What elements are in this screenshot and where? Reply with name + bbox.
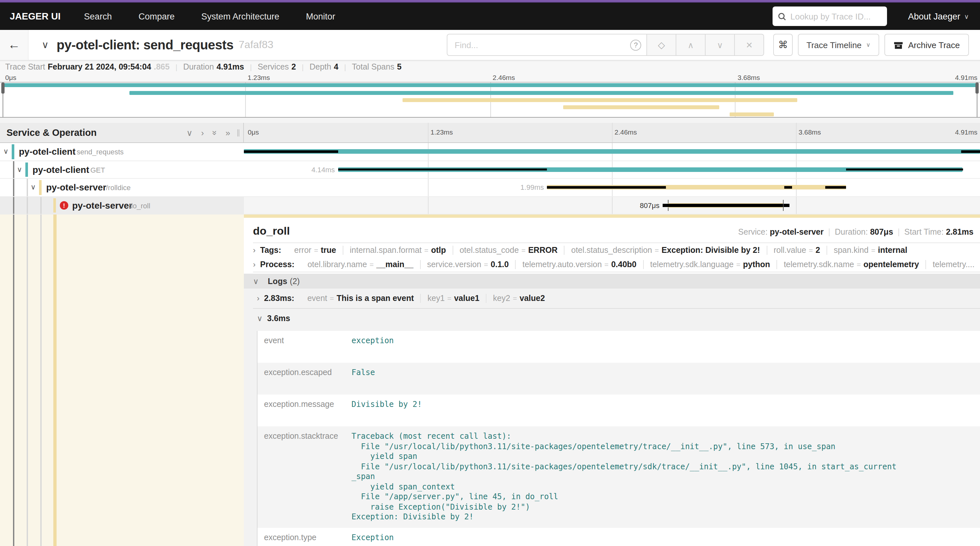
minimap-span-bar <box>402 98 797 102</box>
nav-item-system-architecture[interactable]: System Architecture <box>201 11 279 21</box>
detail-span-title: do_roll <box>253 225 290 238</box>
tree-guide <box>40 214 41 546</box>
log-field-chip: event=This is a span event <box>301 294 421 303</box>
logs-count: (2) <box>290 276 300 286</box>
find-input-box[interactable]: ? <box>447 34 647 56</box>
chevron-down-icon: ∨ <box>964 13 969 20</box>
nav-item-monitor[interactable]: Monitor <box>306 11 335 21</box>
trace-id-search-input[interactable] <box>791 11 882 21</box>
tags-row[interactable]: › Tags: error=true internal.span.format=… <box>244 243 980 257</box>
viewport-scrubber-left[interactable] <box>3 83 3 117</box>
table-row: exception.stacktraceTraceback (most rece… <box>257 426 980 527</box>
expand-all-icon[interactable]: » <box>226 128 230 138</box>
locate-span-button[interactable]: ◇ <box>647 34 676 56</box>
tree-guide <box>13 214 14 546</box>
span-duration-label: 807μs <box>640 202 659 209</box>
prev-result-button[interactable]: ∧ <box>676 34 706 56</box>
trace-view-select[interactable]: Trace Timeline ∨ <box>798 34 879 56</box>
minimap-ruler: 0μs 1.23ms 2.46ms 3.68ms 4.91ms <box>0 73 980 82</box>
nav-item-compare[interactable]: Compare <box>138 11 175 21</box>
span-duration-label: 4.14ms <box>312 166 335 173</box>
next-result-button[interactable]: ∨ <box>706 34 735 56</box>
ruler-tick: 3.68ms <box>738 73 760 81</box>
detail-span-meta: Service: py-otel-server|Duration: 807μs|… <box>738 227 974 236</box>
services-value: 2 <box>291 62 296 71</box>
logs-body: › 2.83ms: event=This is a span event key… <box>244 289 980 546</box>
table-row: exception.typeException <box>257 527 980 546</box>
critical-path-segment <box>846 168 963 171</box>
top-nav: JAEGER UI Search Compare System Architec… <box>0 3 980 30</box>
find-help-icon[interactable]: ? <box>630 39 641 50</box>
find-input[interactable] <box>455 40 630 50</box>
span-service: py-otel-server <box>46 183 106 193</box>
timeline-tick: 2.46ms <box>614 128 637 136</box>
scrubber-grip[interactable] <box>975 83 979 94</box>
collapse-one-icon[interactable]: ∨ <box>186 128 192 138</box>
duration-label: Duration <box>183 62 214 71</box>
ruler-tick: 2.46ms <box>493 73 515 81</box>
minimap-span-bar <box>563 105 719 109</box>
trace-id-search-box[interactable] <box>773 6 887 26</box>
critical-path-segment <box>961 151 980 153</box>
row-collapse-chevron[interactable]: ∨ <box>30 183 36 192</box>
jaeger-trace-page: JAEGER UI Search Compare System Architec… <box>0 0 980 546</box>
depth-value: 4 <box>334 62 339 71</box>
about-jaeger-menu[interactable]: About Jaeger ∨ <box>908 11 969 21</box>
service-operation-header: Service & Operation <box>6 127 97 138</box>
timeline-tick: 0μs <box>248 128 259 136</box>
scrubber-grip[interactable] <box>1 83 5 94</box>
trace-id-short: 7afaf83 <box>239 39 274 51</box>
trace-start-fraction: .865 <box>154 62 170 71</box>
total-spans-value: 5 <box>397 62 402 71</box>
logs-section-header[interactable]: ∨ Logs (2) <box>244 274 980 289</box>
critical-path-segment <box>663 204 789 207</box>
span-row-do-roll-selected[interactable]: ! py-otel-server do_roll 807μs <box>0 197 980 214</box>
back-button[interactable]: ← <box>0 30 29 60</box>
nav-item-search[interactable]: Search <box>84 11 112 21</box>
depth-label: Depth <box>310 62 331 71</box>
log-entry-collapsed[interactable]: › 2.83ms: event=This is a span event key… <box>244 289 980 308</box>
span-service: py-otel-client <box>19 146 75 157</box>
archive-trace-button[interactable]: Archive Trace <box>884 34 969 56</box>
error-icon: ! <box>60 201 68 210</box>
log-entry-expanded[interactable]: ∨ 3.6ms <box>244 309 980 328</box>
tree-guide <box>40 197 41 214</box>
trace-stats-bar: Trace Start February 21 2024, 09:54:04 .… <box>0 60 980 73</box>
total-spans-label: Total Spans <box>352 62 395 71</box>
ruler-tick: 1.23ms <box>248 73 270 81</box>
span-rows: ∨ py-otel-client send_requests ∨ py-otel… <box>0 143 980 214</box>
expand-one-icon[interactable]: › <box>201 128 204 138</box>
span-row-rolldice[interactable]: ∨ py-otel-server /rolldice 1.99ms <box>0 179 980 197</box>
trace-header: ← ∨ py-otel-client: send_requests 7afaf8… <box>0 30 980 60</box>
row-collapse-chevron[interactable]: ∨ <box>17 165 22 174</box>
brand-logo[interactable]: JAEGER UI <box>10 11 60 21</box>
span-row-get[interactable]: ∨ py-otel-client GET 4.14ms <box>0 161 980 179</box>
viewport-scrubber-right[interactable] <box>977 83 977 117</box>
span-row-send-requests[interactable]: ∨ py-otel-client send_requests <box>0 143 980 161</box>
critical-path-segment <box>784 186 792 189</box>
span-color-strip <box>12 144 14 159</box>
collapse-all-icon[interactable]: » <box>210 130 220 135</box>
chevron-down-icon: ∨ <box>253 276 259 286</box>
clear-find-button[interactable]: ✕ <box>735 34 764 56</box>
keyboard-shortcuts-button[interactable]: ⌘ <box>773 34 793 56</box>
row-collapse-chevron[interactable]: ∨ <box>3 148 8 156</box>
minimap-span-bar <box>129 91 953 95</box>
process-row[interactable]: › Process: otel.library.name=__main__ se… <box>244 257 980 272</box>
tree-guide <box>27 197 28 214</box>
trace-collapse-chevron[interactable]: ∨ <box>41 39 49 51</box>
trace-minimap[interactable] <box>0 82 980 117</box>
span-service: py-otel-server <box>72 200 132 211</box>
column-resize-grip[interactable] <box>237 129 239 136</box>
process-chip: telemetry.auto.version=0.40b0 <box>516 260 644 269</box>
spacer-band <box>0 117 980 123</box>
timeline-tick: 3.68ms <box>799 128 821 136</box>
tag-chip: error=true <box>288 246 344 255</box>
span-operation: do_roll <box>129 202 150 209</box>
span-color-strip <box>39 180 41 195</box>
services-label: Services <box>258 62 289 71</box>
top-accent-strip <box>0 0 980 3</box>
span-accent-strip <box>244 214 980 218</box>
span-duration-label: 1.99ms <box>520 184 544 191</box>
span-bar[interactable] <box>244 149 980 154</box>
